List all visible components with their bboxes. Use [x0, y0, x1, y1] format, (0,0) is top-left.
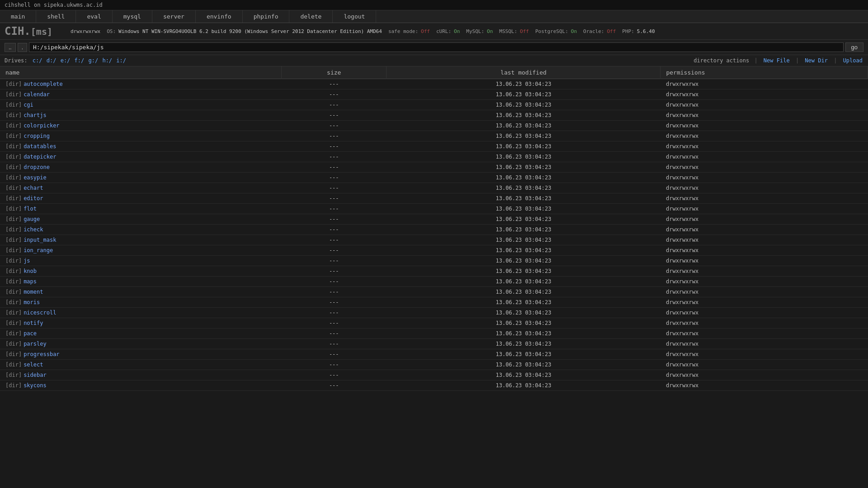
- cell-name-10: [dir]echart: [0, 183, 282, 193]
- dir-tag: [dir]: [5, 91, 22, 98]
- dir-name-29[interactable]: skycons: [24, 382, 47, 389]
- cell-name-22: [dir]nicescroll: [0, 308, 282, 318]
- dir-name-6[interactable]: datatables: [24, 143, 56, 150]
- logo-suffix: [ms]: [31, 26, 52, 37]
- cell-perm-28: drwxrwxrwx: [660, 370, 868, 380]
- dir-tag: [dir]: [5, 341, 22, 347]
- cell-name-28: [dir]sidebar: [0, 370, 282, 380]
- go-button[interactable]: go: [845, 42, 863, 52]
- path-input[interactable]: [29, 42, 844, 52]
- dir-name-12[interactable]: flot: [24, 206, 37, 212]
- dir-name-1[interactable]: calendar: [24, 91, 50, 98]
- nav-tab-logout[interactable]: logout: [333, 10, 376, 23]
- dir-actions-section: directory actions | New File | New Dir |…: [693, 57, 863, 64]
- back-button[interactable]: .: [18, 43, 27, 52]
- cell-name-18: [dir]knob: [0, 266, 282, 277]
- dir-name-13[interactable]: gauge: [24, 216, 40, 222]
- dir-name-8[interactable]: dropzone: [24, 164, 50, 170]
- dir-name-21[interactable]: moris: [24, 299, 40, 305]
- dir-name-3[interactable]: chartjs: [24, 112, 47, 118]
- drive-link-h:[interactable]: h:/: [102, 57, 112, 64]
- dir-name-27[interactable]: select: [24, 361, 43, 368]
- cell-size-16: ---: [282, 245, 387, 256]
- cell-date-1: 13.06.23 03:04:23: [387, 89, 660, 100]
- table-row: [dir]dropzone---13.06.23 03:04:23drwxrwx…: [0, 162, 868, 173]
- drive-link-g:[interactable]: g:/: [89, 57, 99, 64]
- dir-tag: [dir]: [5, 174, 22, 181]
- cell-perm-10: drwxrwxrwx: [660, 183, 868, 193]
- cell-size-10: ---: [282, 183, 387, 193]
- nav-tab-main[interactable]: main: [0, 10, 36, 23]
- dir-name-5[interactable]: cropping: [24, 133, 50, 139]
- nav-tab-phpinfo[interactable]: phpinfo: [243, 10, 290, 23]
- drive-link-e:[interactable]: e:/: [61, 57, 71, 64]
- cell-size-1: ---: [282, 89, 387, 100]
- cell-date-2: 13.06.23 03:04:23: [387, 100, 660, 110]
- cell-size-3: ---: [282, 110, 387, 121]
- dir-name-4[interactable]: colorpicker: [24, 122, 59, 129]
- dir-name-0[interactable]: autocomplete: [24, 81, 63, 87]
- dir-name-17[interactable]: js: [24, 258, 30, 264]
- table-row: [dir]knob---13.06.23 03:04:23drwxrwxrwx: [0, 266, 868, 277]
- cell-size-17: ---: [282, 256, 387, 266]
- cell-size-4: ---: [282, 121, 387, 131]
- dir-name-10[interactable]: echart: [24, 185, 43, 191]
- nav-tab-delete[interactable]: delete: [289, 10, 333, 23]
- dir-name-2[interactable]: cgi: [24, 102, 33, 108]
- cell-size-0: ---: [282, 79, 387, 89]
- cell-size-11: ---: [282, 193, 387, 204]
- dir-name-15[interactable]: input_mask: [24, 237, 56, 243]
- cell-date-15: 13.06.23 03:04:23: [387, 235, 660, 245]
- dir-name-9[interactable]: easypie: [24, 174, 47, 181]
- cell-date-18: 13.06.23 03:04:23: [387, 266, 660, 277]
- dir-name-19[interactable]: maps: [24, 278, 37, 285]
- dir-name-20[interactable]: moment: [24, 289, 43, 295]
- cell-date-3: 13.06.23 03:04:23: [387, 110, 660, 121]
- cell-name-12: [dir]flot: [0, 204, 282, 214]
- drive-link-f:[interactable]: f:/: [75, 57, 85, 64]
- nav-tab-shell[interactable]: shell: [36, 10, 76, 23]
- dir-name-25[interactable]: parsley: [24, 341, 47, 347]
- new-file-link[interactable]: New File: [764, 57, 790, 64]
- nav-tab-envinfo[interactable]: envinfo: [196, 10, 243, 23]
- drives-section: Drives: c:/ d:/ e:/ f:/ g:/ h:/ i:/: [5, 57, 127, 64]
- pathbar: .. . go: [0, 40, 868, 55]
- up-button[interactable]: ..: [5, 43, 16, 52]
- cell-size-27: ---: [282, 360, 387, 370]
- dir-name-26[interactable]: progressbar: [24, 351, 59, 357]
- table-row: [dir]sidebar---13.06.23 03:04:23drwxrwxr…: [0, 370, 868, 380]
- dir-name-16[interactable]: ion_range: [24, 247, 53, 253]
- dir-name-24[interactable]: pace: [24, 330, 37, 337]
- dir-name-14[interactable]: icheck: [24, 226, 43, 233]
- table-row: [dir]progressbar---13.06.23 03:04:23drwx…: [0, 349, 868, 360]
- dir-tag: [dir]: [5, 164, 22, 170]
- cell-size-18: ---: [282, 266, 387, 277]
- drive-link-c:[interactable]: c:/: [33, 57, 42, 64]
- cell-perm-0: drwxrwxrwx: [660, 79, 868, 89]
- dir-name-18[interactable]: knob: [24, 268, 37, 274]
- dir-tag: [dir]: [5, 372, 22, 378]
- dir-name-22[interactable]: nicescroll: [24, 310, 56, 316]
- table-row: [dir]moment---13.06.23 03:04:23drwxrwxrw…: [0, 287, 868, 297]
- dir-name-7[interactable]: datepicker: [24, 154, 56, 160]
- table-row: [dir]maps---13.06.23 03:04:23drwxrwxrwx: [0, 277, 868, 287]
- cell-date-24: 13.06.23 03:04:23: [387, 328, 660, 339]
- nav-tab-server[interactable]: server: [152, 10, 196, 23]
- cell-size-24: ---: [282, 328, 387, 339]
- mysql-label: MySQL:: [466, 28, 484, 34]
- dir-name-23[interactable]: notify: [24, 320, 43, 326]
- dir-name-11[interactable]: editor: [24, 195, 43, 202]
- cell-size-6: ---: [282, 141, 387, 152]
- nav-tab-eval[interactable]: eval: [76, 10, 112, 23]
- new-dir-link[interactable]: New Dir: [805, 57, 828, 64]
- cell-name-24: [dir]pace: [0, 328, 282, 339]
- table-row: [dir]echart---13.06.23 03:04:23drwxrwxrw…: [0, 183, 868, 193]
- drive-link-i:[interactable]: i:/: [116, 57, 126, 64]
- logo: CIH.[ms]: [5, 25, 52, 38]
- table-row: [dir]colorpicker---13.06.23 03:04:23drwx…: [0, 121, 868, 131]
- cell-date-5: 13.06.23 03:04:23: [387, 131, 660, 141]
- dir-name-28[interactable]: sidebar: [24, 372, 47, 378]
- nav-tab-mysql[interactable]: mysql: [113, 10, 152, 23]
- upload-link[interactable]: Upload: [843, 57, 863, 64]
- drive-link-d:[interactable]: d:/: [47, 57, 57, 64]
